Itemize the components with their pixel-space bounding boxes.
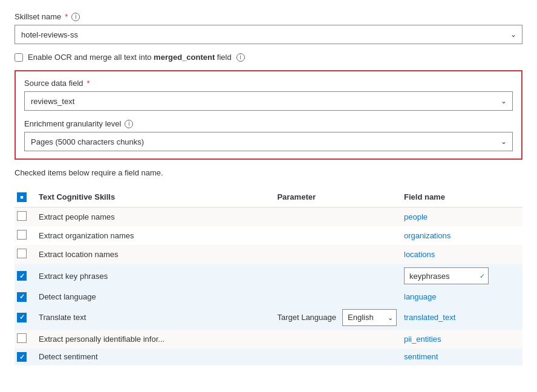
row-check-cell	[15, 264, 36, 288]
row-field-name: language	[402, 288, 522, 305]
row-field-name: people	[402, 207, 522, 227]
table-row: Extract key phraseskeyphrases✓	[15, 264, 522, 288]
row-check-cell	[15, 245, 36, 264]
ocr-label: Enable OCR and merge all text into merge…	[28, 53, 232, 62]
row-skill-name: Extract personally identifiable infor...	[36, 330, 275, 348]
param-select-translate-text[interactable]: EnglishSpanishFrenchGerman	[342, 309, 397, 326]
row-parameter	[275, 264, 402, 288]
header-skill: Text Cognitive Skills	[36, 187, 275, 207]
row-parameter	[275, 288, 402, 305]
header-fieldname: Field name	[402, 187, 522, 207]
row-field-name: sentiment	[402, 348, 522, 366]
row-field-name: translated_text	[402, 305, 522, 330]
row-field-name: keyphrases✓	[402, 264, 522, 288]
row-skill-name: Extract key phrases	[36, 264, 275, 288]
param-label: Target Language	[277, 313, 336, 322]
row-checkbox-extract-keyphrases[interactable]	[17, 271, 27, 281]
row-skill-name: Translate text	[36, 305, 275, 330]
table-row: Extract personally identifiable infor...…	[15, 330, 522, 348]
row-parameter	[275, 330, 402, 348]
table-row: Translate textTarget LanguageEnglishSpan…	[15, 305, 522, 330]
skillset-name-wrapper: hotel-reviews-ss ⌄	[15, 25, 522, 44]
skillset-name-label: Skillset name * i	[15, 12, 522, 21]
enrichment-granularity-wrapper: Pages (5000 characters chunks) ⌄	[24, 132, 513, 151]
row-check-cell	[15, 330, 36, 348]
row-parameter: Target LanguageEnglishSpanishFrenchGerma…	[275, 305, 402, 330]
field-name-value-translate-text[interactable]: translated_text	[404, 313, 455, 322]
ocr-checkbox[interactable]	[15, 53, 23, 62]
row-parameter	[275, 245, 402, 264]
row-checkbox-detect-sentiment[interactable]	[17, 352, 27, 362]
row-checkbox-extract-location[interactable]	[17, 249, 27, 258]
table-row: Detect sentimentsentiment	[15, 348, 522, 366]
skills-table: Text Cognitive Skills Parameter Field na…	[15, 187, 522, 365]
source-data-label: Source data field *	[24, 79, 513, 88]
enrichment-info-icon[interactable]: i	[125, 120, 133, 128]
row-field-name: pii_entities	[402, 330, 522, 348]
row-check-cell	[15, 207, 36, 227]
source-data-section: Source data field * reviews_text ⌄ Enric…	[15, 70, 522, 160]
table-row: Detect languagelanguage	[15, 288, 522, 305]
row-check-cell	[15, 348, 36, 366]
field-name-value-detect-language[interactable]: language	[404, 292, 437, 301]
field-name-value-detect-sentiment[interactable]: sentiment	[404, 352, 438, 361]
enrichment-granularity-label: Enrichment granularity level i	[24, 119, 513, 128]
row-checkbox-extract-pii[interactable]	[17, 333, 27, 343]
row-parameter	[275, 226, 402, 245]
row-checkbox-detect-language[interactable]	[17, 292, 27, 302]
ocr-checkbox-row: Enable OCR and merge all text into merge…	[15, 53, 522, 62]
row-parameter	[275, 207, 402, 227]
row-check-cell	[15, 305, 36, 330]
row-field-name: locations	[402, 245, 522, 264]
table-header-row: Text Cognitive Skills Parameter Field na…	[15, 187, 522, 207]
source-data-select[interactable]: reviews_text	[24, 91, 513, 111]
skillset-name-select[interactable]: hotel-reviews-ss	[15, 25, 522, 44]
required-indicator: *	[65, 12, 68, 21]
table-row: Extract people namespeople	[15, 207, 522, 227]
header-parameter: Parameter	[275, 187, 402, 207]
source-required-indicator: *	[87, 79, 90, 88]
table-row: Extract location nameslocations	[15, 245, 522, 264]
row-field-name: organizations	[402, 226, 522, 245]
row-skill-name: Extract people names	[36, 207, 275, 227]
field-name-value-extract-pii[interactable]: pii_entities	[404, 335, 441, 344]
row-skill-name: Extract location names	[36, 245, 275, 264]
field-name-value-extract-location[interactable]: locations	[404, 250, 435, 259]
param-cell-wrapper: Target LanguageEnglishSpanishFrenchGerma…	[277, 309, 397, 326]
header-check-col	[15, 187, 36, 207]
param-select-wrapper: EnglishSpanishFrenchGerman⌄	[342, 309, 397, 326]
row-checkbox-extract-org[interactable]	[17, 230, 27, 240]
row-skill-name: Extract organization names	[36, 226, 275, 245]
checked-note: Checked items below require a field name…	[15, 168, 522, 177]
row-skill-name: Detect language	[36, 288, 275, 305]
ocr-info-icon[interactable]: i	[236, 53, 245, 62]
field-name-select-extract-keyphrases[interactable]: keyphrases	[404, 267, 489, 284]
skillset-name-info-icon[interactable]: i	[71, 13, 80, 21]
field-name-select-wrapper: keyphrases✓	[404, 267, 489, 284]
row-checkbox-extract-people[interactable]	[17, 211, 27, 221]
field-name-value-extract-org[interactable]: organizations	[404, 231, 451, 240]
table-row: Extract organization namesorganizations	[15, 226, 522, 245]
field-name-value-extract-people[interactable]: people	[404, 212, 428, 221]
source-data-wrapper: reviews_text ⌄	[24, 91, 513, 111]
header-checkbox[interactable]	[17, 192, 27, 202]
row-checkbox-translate-text[interactable]	[17, 313, 27, 322]
row-check-cell	[15, 288, 36, 305]
enrichment-granularity-select[interactable]: Pages (5000 characters chunks)	[24, 132, 513, 151]
row-parameter	[275, 348, 402, 366]
row-check-cell	[15, 226, 36, 245]
row-skill-name: Detect sentiment	[36, 348, 275, 366]
